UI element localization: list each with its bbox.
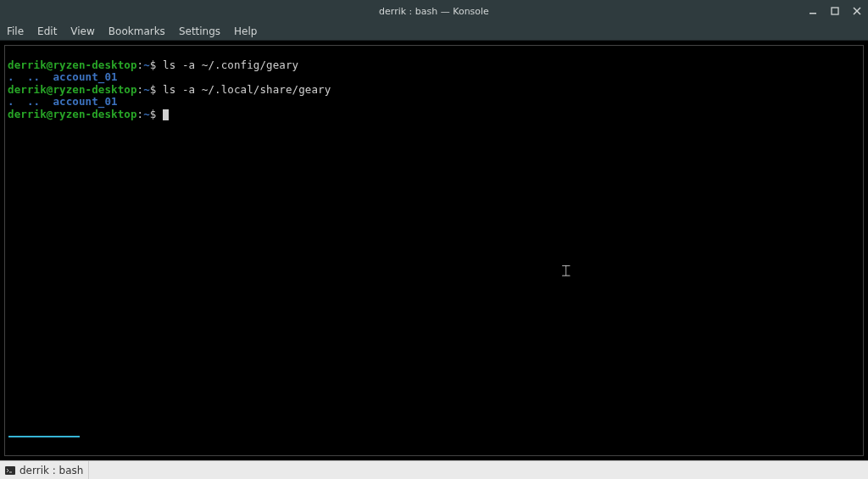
block-cursor <box>163 109 169 120</box>
command-text: ls -a ~/.config/geary <box>163 58 298 71</box>
maximize-button[interactable] <box>829 5 841 17</box>
tabbar: derrik : bash <box>0 460 868 479</box>
active-tab-indicator <box>8 436 80 437</box>
terminal-icon <box>5 465 15 476</box>
output-item: account_01 <box>53 70 117 83</box>
minimize-button[interactable] <box>807 5 819 17</box>
prompt-end: $ <box>150 58 157 71</box>
prompt-sep: : <box>137 108 144 120</box>
menu-settings[interactable]: Settings <box>179 25 220 37</box>
menu-help[interactable]: Help <box>234 25 257 37</box>
prompt-line: derrik@ryzen-desktop:~$ ls -a ~/.config/… <box>8 58 298 71</box>
prompt-path: ~ <box>143 108 150 120</box>
menu-bookmarks[interactable]: Bookmarks <box>108 25 165 37</box>
output-line: . .. account_01 <box>8 70 118 83</box>
prompt-user: derrik@ryzen-desktop <box>8 58 137 71</box>
menu-edit[interactable]: Edit <box>37 25 57 37</box>
prompt-sep: : <box>137 58 144 71</box>
svg-rect-0 <box>810 13 816 14</box>
menu-file[interactable]: File <box>7 25 24 37</box>
command-text: ls -a ~/.local/share/geary <box>163 83 331 96</box>
menubar: File Edit View Bookmarks Settings Help <box>0 22 868 41</box>
output-dots: . .. <box>8 70 53 83</box>
text-cursor-ibeam <box>565 265 567 279</box>
prompt-user: derrik@ryzen-desktop <box>8 83 137 96</box>
tab-session[interactable]: derrik : bash <box>0 461 89 479</box>
svg-rect-4 <box>5 466 15 475</box>
menu-view[interactable]: View <box>70 25 94 37</box>
window-title: derrik : bash — Konsole <box>0 6 868 17</box>
terminal-area[interactable]: derrik@ryzen-desktop:~$ ls -a ~/.config/… <box>4 45 864 456</box>
tab-label: derrik : bash <box>19 465 83 476</box>
prompt-line: derrik@ryzen-desktop:~$ ls -a ~/.local/s… <box>8 83 331 96</box>
window-controls <box>807 0 863 22</box>
prompt-line: derrik@ryzen-desktop:~$ <box>8 108 169 120</box>
prompt-path: ~ <box>143 58 150 71</box>
titlebar: derrik : bash — Konsole <box>0 0 868 22</box>
terminal-output: derrik@ryzen-desktop:~$ ls -a ~/.config/… <box>4 45 864 135</box>
prompt-end: $ <box>150 108 157 120</box>
prompt-sep: : <box>137 83 144 96</box>
prompt-user: derrik@ryzen-desktop <box>8 108 137 120</box>
prompt-path: ~ <box>143 83 150 96</box>
prompt-end: $ <box>150 83 157 96</box>
close-button[interactable] <box>851 5 863 17</box>
svg-rect-1 <box>832 8 838 14</box>
output-dots: . .. <box>8 95 53 108</box>
output-line: . .. account_01 <box>8 95 118 108</box>
output-item: account_01 <box>53 95 117 108</box>
